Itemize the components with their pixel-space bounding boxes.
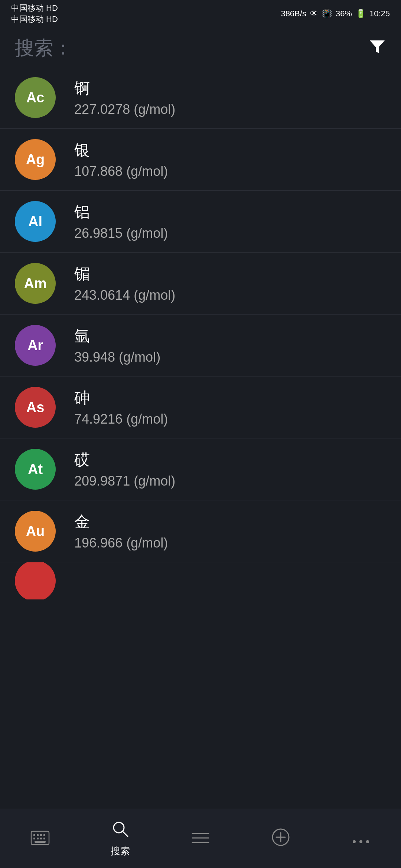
element-item[interactable]: Am 镅 243.0614 (g/mol) xyxy=(0,253,401,315)
element-item[interactable]: Ag 银 107.868 (g/mol) xyxy=(0,129,401,191)
status-right: 386B/s 👁 📳 36% 🔋 10:25 xyxy=(281,9,390,19)
element-name: 金 xyxy=(74,512,168,532)
nav-search[interactable]: 搜索 xyxy=(111,819,130,858)
svg-rect-7 xyxy=(37,838,39,839)
element-details: 镅 243.0614 (g/mol) xyxy=(74,264,175,303)
element-symbol: Ag xyxy=(26,152,45,168)
element-details: 砹 209.9871 (g/mol) xyxy=(74,450,175,489)
element-name: 镅 xyxy=(74,264,175,285)
element-mass: 107.868 (g/mol) xyxy=(74,164,168,179)
nav-add[interactable] xyxy=(271,828,290,850)
element-avatar-at: At xyxy=(15,449,56,490)
element-details: 锕 227.0278 (g/mol) xyxy=(74,78,175,117)
element-avatar-as: As xyxy=(15,387,56,428)
element-item[interactable]: At 砹 209.9871 (g/mol) xyxy=(0,438,401,500)
element-details: 氩 39.948 (g/mol) xyxy=(74,326,160,365)
svg-point-19 xyxy=(353,840,356,843)
element-avatar-al: Al xyxy=(15,201,56,242)
element-details: 金 196.966 (g/mol) xyxy=(74,512,168,551)
element-details: 砷 74.9216 (g/mol) xyxy=(74,388,168,427)
element-mass: 26.9815 (g/mol) xyxy=(74,226,168,241)
element-item[interactable]: Ac 锕 227.0278 (g/mol) xyxy=(0,67,401,129)
element-avatar-ag: Ag xyxy=(15,139,56,180)
battery-level: 36% xyxy=(336,9,352,19)
element-name: 铝 xyxy=(74,202,168,223)
search-nav-label: 搜索 xyxy=(111,845,130,858)
element-name: 砷 xyxy=(74,388,168,408)
svg-rect-3 xyxy=(37,834,39,836)
svg-rect-10 xyxy=(35,841,46,843)
element-avatar-ar: Ar xyxy=(15,325,56,366)
nav-more[interactable] xyxy=(351,829,371,848)
nav-keyboard[interactable] xyxy=(30,829,50,848)
element-mass: 74.9216 (g/mol) xyxy=(74,411,168,427)
element-mass: 243.0614 (g/mol) xyxy=(74,287,175,303)
element-mass: 196.966 (g/mol) xyxy=(74,535,168,551)
add-nav-icon xyxy=(271,828,290,850)
nav-list[interactable] xyxy=(191,829,210,848)
element-item[interactable]: Al 铝 26.9815 (g/mol) xyxy=(0,191,401,253)
svg-marker-0 xyxy=(370,40,385,53)
battery-icon: 🔋 xyxy=(356,9,366,19)
partial-element-item[interactable] xyxy=(0,562,401,599)
carrier-1: 中国移动 HD xyxy=(11,3,58,14)
element-name: 银 xyxy=(74,140,168,161)
svg-rect-6 xyxy=(33,838,35,839)
filter-icon[interactable] xyxy=(368,37,386,59)
network-speed: 386B/s xyxy=(281,9,306,19)
element-details: 铝 26.9815 (g/mol) xyxy=(74,202,168,241)
element-symbol: Al xyxy=(28,214,42,230)
search-label: 搜索： xyxy=(15,35,73,61)
element-name: 锕 xyxy=(74,78,175,99)
search-header: 搜索： xyxy=(0,26,401,67)
element-name: 氩 xyxy=(74,326,160,346)
keyboard-icon xyxy=(30,829,50,848)
element-avatar-ac: Ac xyxy=(15,77,56,118)
carrier-2: 中国移动 HD xyxy=(11,14,58,25)
svg-rect-9 xyxy=(43,838,45,839)
svg-rect-4 xyxy=(40,834,42,836)
element-symbol: Ar xyxy=(27,338,43,354)
element-mass: 39.948 (g/mol) xyxy=(74,349,160,365)
partial-element-avatar xyxy=(15,562,56,599)
eye-icon: 👁 xyxy=(310,9,318,19)
svg-point-20 xyxy=(359,840,362,843)
element-symbol: Ac xyxy=(26,90,45,106)
clock: 10:25 xyxy=(369,9,390,19)
element-symbol: As xyxy=(26,400,45,415)
status-bar: 中国移动 HD 中国移动 HD 386B/s 👁 📳 36% 🔋 10:25 xyxy=(0,0,401,26)
element-symbol: At xyxy=(28,461,43,477)
element-item[interactable]: Au 金 196.966 (g/mol) xyxy=(0,500,401,562)
element-list: Ac 锕 227.0278 (g/mol) Ag 银 107.868 (g/mo… xyxy=(0,67,401,659)
svg-point-21 xyxy=(366,840,369,843)
element-avatar-am: Am xyxy=(15,263,56,304)
svg-rect-5 xyxy=(43,834,45,836)
element-mass: 209.9871 (g/mol) xyxy=(74,473,175,489)
vibrate-icon: 📳 xyxy=(322,9,332,19)
svg-rect-8 xyxy=(40,838,42,839)
element-details: 银 107.868 (g/mol) xyxy=(74,140,168,179)
element-name: 砹 xyxy=(74,450,175,470)
element-mass: 227.0278 (g/mol) xyxy=(74,102,175,117)
element-item[interactable]: Ar 氩 39.948 (g/mol) xyxy=(0,315,401,377)
element-symbol: Au xyxy=(26,523,45,539)
more-nav-icon xyxy=(351,829,371,848)
element-item[interactable]: As 砷 74.9216 (g/mol) xyxy=(0,377,401,438)
svg-rect-2 xyxy=(33,834,35,836)
carrier-info: 中国移动 HD 中国移动 HD xyxy=(11,3,58,25)
element-symbol: Am xyxy=(24,276,46,292)
list-nav-icon xyxy=(191,829,210,848)
bottom-nav: 搜索 xyxy=(0,809,401,868)
element-avatar-au: Au xyxy=(15,511,56,552)
svg-line-12 xyxy=(123,831,128,836)
search-nav-icon xyxy=(111,819,130,842)
